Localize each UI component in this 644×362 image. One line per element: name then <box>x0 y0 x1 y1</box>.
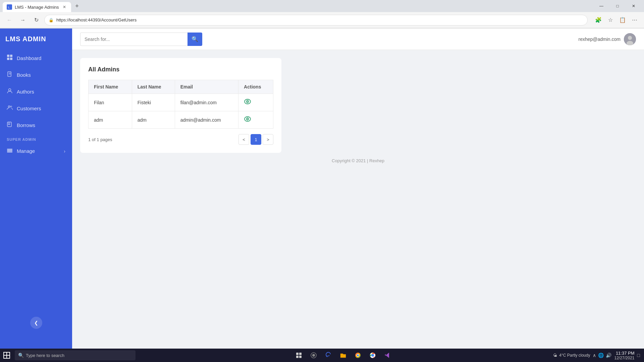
svg-text:L: L <box>8 6 10 9</box>
collapse-icon: ❮ <box>34 320 38 325</box>
svg-rect-26 <box>296 356 299 358</box>
volume-icon[interactable]: 🔊 <box>606 353 611 358</box>
sidebar-item-borrows[interactable]: Borrows <box>0 117 72 133</box>
svg-rect-24 <box>296 353 299 355</box>
favorites-icon[interactable]: ☆ <box>605 15 616 25</box>
taskbar-right: 🌤 4°C Partly cloudy ∧ 🌐 🔊 11:37 PM 12/27… <box>549 351 644 360</box>
sidebar-item-manage[interactable]: Manage › <box>0 143 72 159</box>
svg-point-11 <box>10 106 12 107</box>
view-action-button[interactable] <box>244 99 251 106</box>
window-controls: — □ ✕ <box>594 1 641 11</box>
extensions-icon[interactable]: 🧩 <box>593 15 604 25</box>
browser-toolbar-icons: 🧩 ☆ 📋 ⋯ <box>593 15 640 25</box>
collections-icon[interactable]: 📋 <box>617 15 628 25</box>
view-action-button[interactable] <box>244 116 251 123</box>
browser-tab[interactable]: L LMS - Manage Admins ✕ <box>3 2 71 12</box>
cell-email: filan@admin.com <box>175 94 238 111</box>
search-button[interactable]: 🔍 <box>187 33 202 46</box>
super-admin-label: SUPER ADMIN <box>0 133 72 143</box>
tab-favicon: L <box>7 4 12 10</box>
svg-point-23 <box>247 119 248 120</box>
sidebar-item-authors[interactable]: Authors <box>0 83 72 100</box>
taskbar: 🔍 Type here to search <box>0 349 644 362</box>
cell-last-name: Fisteki <box>132 94 175 111</box>
sidebar-item-label-books: Books <box>17 72 31 78</box>
sidebar-logo: LMS ADMIN <box>0 28 72 50</box>
weather-widget: 🌤 4°C Partly cloudy <box>553 353 590 358</box>
system-tray-icons: ∧ 🌐 🔊 <box>593 353 611 358</box>
network-icon[interactable]: 🌐 <box>598 353 604 358</box>
cell-actions <box>238 111 273 129</box>
task-view-button[interactable] <box>292 349 306 362</box>
sidebar-item-customers[interactable]: Customers <box>0 100 72 117</box>
col-email: Email <box>175 80 238 94</box>
svg-point-20 <box>247 101 248 102</box>
books-icon <box>7 71 13 78</box>
sidebar: LMS ADMIN Dashboard <box>0 28 72 349</box>
pagination-prev-button[interactable]: < <box>238 134 249 145</box>
svg-point-34 <box>371 354 374 357</box>
search-icon: 🔍 <box>192 36 198 42</box>
file-explorer-button[interactable] <box>336 349 350 362</box>
back-button[interactable]: ← <box>4 15 15 25</box>
svg-rect-12 <box>7 149 12 150</box>
pagination-next-button[interactable]: > <box>263 134 273 145</box>
start-button[interactable] <box>0 349 13 362</box>
tray-chevron-icon[interactable]: ∧ <box>593 353 596 358</box>
edge-button[interactable] <box>322 349 335 362</box>
taskbar-search-text: Type here to search <box>26 353 64 358</box>
svg-point-9 <box>9 89 11 91</box>
sidebar-item-dashboard[interactable]: Dashboard <box>0 50 72 66</box>
taskbar-search-icon: 🔍 <box>18 353 24 358</box>
sidebar-item-label-borrows: Borrows <box>17 122 35 128</box>
search-input[interactable] <box>80 33 187 46</box>
close-button[interactable]: ✕ <box>626 1 641 11</box>
notification-icon[interactable]: □ <box>637 353 640 358</box>
pagination-current-button[interactable]: 1 <box>251 134 261 145</box>
card-title: All Admins <box>88 66 273 73</box>
new-tab-button[interactable]: + <box>72 1 82 11</box>
admins-table: First Name Last Name Email Actions Filan… <box>88 80 273 129</box>
sidebar-item-label-customers: Customers <box>17 106 41 111</box>
svg-rect-4 <box>7 58 9 60</box>
url-text: https://localhost:44393/Account/GetUsers <box>56 17 137 22</box>
table-row: Filan Fisteki filan@admin.com <box>89 94 273 111</box>
col-last-name: Last Name <box>132 80 175 94</box>
table-header-row: First Name Last Name Email Actions <box>89 80 273 94</box>
reload-button[interactable]: ↻ <box>31 15 42 25</box>
all-admins-card: All Admins First Name Last Name Email Ac… <box>80 58 281 153</box>
browser-chrome: L LMS - Manage Admins ✕ + — □ ✕ ← → ↻ 🔒 … <box>0 0 644 28</box>
forward-button[interactable]: → <box>17 15 28 25</box>
dashboard-icon <box>7 54 13 62</box>
svg-rect-5 <box>10 58 12 60</box>
more-tools-icon[interactable]: ⋯ <box>629 15 640 25</box>
main-content: 🔍 rexhep@admin.com All Admins <box>72 28 644 349</box>
vscode-button[interactable] <box>381 349 394 362</box>
sidebar-collapse-button[interactable]: ❮ <box>30 317 42 329</box>
user-avatar <box>624 33 636 45</box>
cortana-button[interactable] <box>307 349 320 362</box>
msedge-button[interactable] <box>351 349 365 362</box>
taskbar-app-icons <box>137 349 549 362</box>
sidebar-item-books[interactable]: Books <box>0 66 72 83</box>
cell-last-name: adm <box>132 111 175 129</box>
page-info: 1 of 1 pages <box>88 137 112 142</box>
browser-titlebar: L LMS - Manage Admins ✕ + — □ ✕ <box>0 0 644 12</box>
manage-icon <box>7 147 13 155</box>
maximize-button[interactable]: □ <box>610 1 625 11</box>
tab-close-button[interactable]: ✕ <box>62 4 67 10</box>
header-right: rexhep@admin.com <box>579 33 636 45</box>
svg-point-10 <box>8 106 10 108</box>
top-header: 🔍 rexhep@admin.com <box>72 28 644 50</box>
minimize-button[interactable]: — <box>594 1 609 11</box>
address-bar[interactable]: 🔒 https://localhost:44393/Account/GetUse… <box>44 15 588 25</box>
svg-rect-2 <box>7 55 9 57</box>
user-email: rexhep@admin.com <box>579 37 621 42</box>
manage-arrow-icon: › <box>64 148 65 154</box>
svg-rect-25 <box>299 353 302 355</box>
chrome-button[interactable] <box>366 349 379 362</box>
col-first-name: First Name <box>89 80 132 94</box>
search-container: 🔍 <box>80 33 202 46</box>
taskbar-search[interactable]: 🔍 Type here to search <box>15 350 136 360</box>
taskbar-clock[interactable]: 11:37 PM 12/27/2021 <box>614 351 634 360</box>
